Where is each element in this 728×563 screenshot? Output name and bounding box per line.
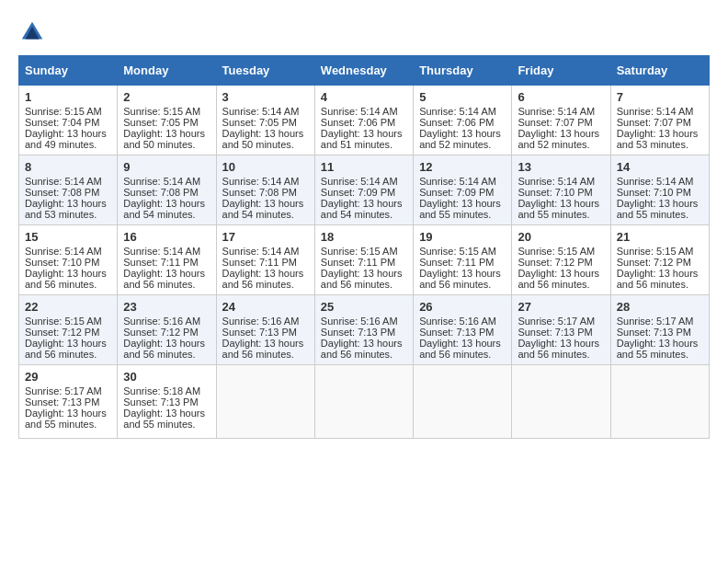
sunset-label: Sunset: 7:13 PM <box>25 396 99 408</box>
daylight-minutes: and 56 minutes. <box>222 279 294 290</box>
sunrise-label: Sunrise: 5:15 AM <box>25 106 102 117</box>
calendar-cell: 27 Sunrise: 5:17 AM Sunset: 7:13 PM Dayl… <box>512 295 610 365</box>
sunset-label: Sunset: 7:11 PM <box>321 257 395 268</box>
day-number: 8 <box>25 160 111 174</box>
daylight-label: Daylight: 13 hours <box>321 128 403 139</box>
daylight-label: Daylight: 13 hours <box>123 128 205 139</box>
sunset-label: Sunset: 7:13 PM <box>419 327 494 338</box>
day-number: 20 <box>518 230 604 244</box>
daylight-minutes: and 51 minutes. <box>321 139 392 150</box>
sunrise-label: Sunrise: 5:14 AM <box>617 176 694 187</box>
day-number: 10 <box>222 160 309 174</box>
sunrise-label: Sunrise: 5:14 AM <box>222 246 300 257</box>
daylight-label: Daylight: 13 hours <box>518 198 599 209</box>
sunset-label: Sunset: 7:08 PM <box>25 187 99 198</box>
daylight-minutes: and 56 minutes. <box>321 349 392 360</box>
sunset-label: Sunset: 7:07 PM <box>518 117 592 128</box>
daylight-minutes: and 56 minutes. <box>518 279 589 290</box>
day-number: 4 <box>321 90 407 104</box>
calendar-cell: 16 Sunrise: 5:14 AM Sunset: 7:11 PM Dayl… <box>118 225 216 295</box>
daylight-minutes: and 56 minutes. <box>123 349 195 360</box>
day-header-saturday: Saturday <box>610 56 709 86</box>
daylight-minutes: and 50 minutes. <box>123 139 195 150</box>
day-number: 13 <box>518 160 604 174</box>
calendar-cell: 26 Sunrise: 5:16 AM Sunset: 7:13 PM Dayl… <box>414 295 512 365</box>
day-number: 3 <box>222 90 309 104</box>
sunrise-label: Sunrise: 5:14 AM <box>321 106 398 117</box>
sunrise-label: Sunrise: 5:15 AM <box>321 246 398 257</box>
daylight-label: Daylight: 13 hours <box>617 268 699 279</box>
daylight-label: Daylight: 13 hours <box>617 338 699 349</box>
calendar-cell: 28 Sunrise: 5:17 AM Sunset: 7:13 PM Dayl… <box>610 295 709 365</box>
sunset-label: Sunset: 7:13 PM <box>222 327 297 338</box>
calendar-cell: 19 Sunrise: 5:15 AM Sunset: 7:11 PM Dayl… <box>414 225 512 295</box>
day-number: 5 <box>419 90 506 104</box>
calendar-cell: 25 Sunrise: 5:16 AM Sunset: 7:13 PM Dayl… <box>314 295 413 365</box>
sunrise-label: Sunrise: 5:17 AM <box>25 385 102 396</box>
sunrise-label: Sunrise: 5:16 AM <box>419 316 496 327</box>
sunrise-label: Sunrise: 5:14 AM <box>123 246 200 257</box>
calendar-cell: 18 Sunrise: 5:15 AM Sunset: 7:11 PM Dayl… <box>314 225 413 295</box>
sunset-label: Sunset: 7:05 PM <box>222 117 297 128</box>
calendar-cell: 3 Sunrise: 5:14 AM Sunset: 7:05 PM Dayli… <box>216 86 314 155</box>
calendar-cell: 10 Sunrise: 5:14 AM Sunset: 7:08 PM Dayl… <box>216 155 314 225</box>
daylight-label: Daylight: 13 hours <box>123 198 205 209</box>
sunset-label: Sunset: 7:09 PM <box>419 187 494 198</box>
sunset-label: Sunset: 7:13 PM <box>518 327 592 338</box>
daylight-label: Daylight: 13 hours <box>518 128 599 139</box>
sunset-label: Sunset: 7:06 PM <box>321 117 395 128</box>
sunrise-label: Sunrise: 5:16 AM <box>123 316 200 327</box>
calendar-week-5: 29 Sunrise: 5:17 AM Sunset: 7:13 PM Dayl… <box>19 365 710 439</box>
day-number: 16 <box>123 230 210 244</box>
calendar-cell: 5 Sunrise: 5:14 AM Sunset: 7:06 PM Dayli… <box>414 86 512 155</box>
sunset-label: Sunset: 7:13 PM <box>123 396 198 408</box>
sunset-label: Sunset: 7:06 PM <box>419 117 494 128</box>
daylight-minutes: and 56 minutes. <box>123 279 195 290</box>
sunset-label: Sunset: 7:12 PM <box>25 327 99 338</box>
sunrise-label: Sunrise: 5:15 AM <box>518 246 595 257</box>
sunset-label: Sunset: 7:08 PM <box>123 187 198 198</box>
sunrise-label: Sunrise: 5:16 AM <box>222 316 300 327</box>
daylight-label: Daylight: 13 hours <box>419 198 501 209</box>
calendar-cell: 17 Sunrise: 5:14 AM Sunset: 7:11 PM Dayl… <box>216 225 314 295</box>
calendar-cell <box>314 365 413 439</box>
sunrise-label: Sunrise: 5:14 AM <box>25 176 102 187</box>
daylight-minutes: and 56 minutes. <box>617 279 688 290</box>
daylight-label: Daylight: 13 hours <box>419 128 501 139</box>
page-header <box>18 18 710 46</box>
daylight-label: Daylight: 13 hours <box>617 128 699 139</box>
calendar-cell: 2 Sunrise: 5:15 AM Sunset: 7:05 PM Dayli… <box>118 86 216 155</box>
sunset-label: Sunset: 7:05 PM <box>123 117 198 128</box>
calendar-cell: 23 Sunrise: 5:16 AM Sunset: 7:12 PM Dayl… <box>118 295 216 365</box>
day-number: 9 <box>123 160 210 174</box>
logo-icon <box>18 18 46 46</box>
calendar-week-4: 22 Sunrise: 5:15 AM Sunset: 7:12 PM Dayl… <box>19 295 710 365</box>
daylight-minutes: and 55 minutes. <box>518 209 589 220</box>
daylight-minutes: and 54 minutes. <box>123 209 195 220</box>
day-header-wednesday: Wednesday <box>314 56 413 86</box>
daylight-minutes: and 55 minutes. <box>123 419 195 430</box>
day-number: 1 <box>25 90 111 104</box>
calendar-week-1: 1 Sunrise: 5:15 AM Sunset: 7:04 PM Dayli… <box>19 86 710 155</box>
daylight-label: Daylight: 13 hours <box>25 198 107 209</box>
day-number: 24 <box>222 300 309 314</box>
daylight-minutes: and 56 minutes. <box>222 349 294 360</box>
calendar-cell: 4 Sunrise: 5:14 AM Sunset: 7:06 PM Dayli… <box>314 86 413 155</box>
calendar-cell <box>414 365 512 439</box>
calendar-cell: 7 Sunrise: 5:14 AM Sunset: 7:07 PM Dayli… <box>610 86 709 155</box>
daylight-minutes: and 56 minutes. <box>25 349 97 360</box>
sunset-label: Sunset: 7:11 PM <box>123 257 198 268</box>
logo <box>18 18 50 46</box>
day-number: 7 <box>617 90 703 104</box>
daylight-minutes: and 56 minutes. <box>321 279 392 290</box>
sunset-label: Sunset: 7:12 PM <box>617 257 691 268</box>
calendar-cell <box>216 365 314 439</box>
calendar-cell <box>610 365 709 439</box>
calendar-week-2: 8 Sunrise: 5:14 AM Sunset: 7:08 PM Dayli… <box>19 155 710 225</box>
daylight-minutes: and 54 minutes. <box>222 209 294 220</box>
sunset-label: Sunset: 7:10 PM <box>518 187 592 198</box>
daylight-label: Daylight: 13 hours <box>25 338 107 349</box>
day-number: 26 <box>419 300 506 314</box>
calendar-cell <box>512 365 610 439</box>
daylight-minutes: and 53 minutes. <box>617 139 688 150</box>
